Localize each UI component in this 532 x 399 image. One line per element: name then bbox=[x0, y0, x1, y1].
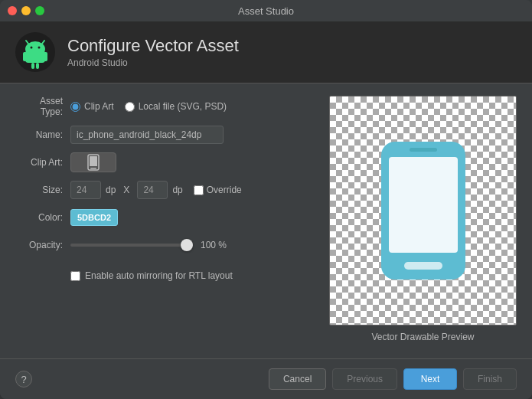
preview-area: Vector Drawable Preview bbox=[329, 96, 517, 346]
asset-type-controls: Clip Art Local file (SVG, PSD) bbox=[70, 101, 227, 112]
local-file-option[interactable]: Local file (SVG, PSD) bbox=[125, 101, 227, 112]
clip-art-radio[interactable] bbox=[70, 102, 80, 112]
form-area: Asset Type: Clip Art Local file (SVG, PS… bbox=[15, 96, 314, 346]
x-separator: X bbox=[123, 185, 129, 195]
name-input[interactable] bbox=[70, 126, 224, 144]
name-label: Name: bbox=[15, 129, 70, 140]
next-button[interactable]: Next bbox=[403, 368, 457, 390]
size-label: Size: bbox=[15, 185, 70, 195]
svg-rect-10 bbox=[44, 52, 47, 61]
height-input[interactable] bbox=[137, 181, 168, 199]
opacity-value: 100 % bbox=[201, 240, 231, 250]
android-logo bbox=[15, 32, 55, 72]
main-window: Asset Studio Configure Vector Asset Andr… bbox=[0, 0, 532, 399]
rtl-row: Enable auto mirroring for RTL layout bbox=[70, 266, 314, 286]
clip-art-controls bbox=[70, 152, 116, 172]
opacity-slider[interactable] bbox=[70, 244, 193, 247]
color-controls: 5DBCD2 bbox=[70, 209, 118, 226]
name-row: Name: bbox=[15, 125, 314, 145]
help-icon: ? bbox=[21, 374, 26, 385]
cancel-button[interactable]: Cancel bbox=[269, 368, 326, 390]
svg-rect-18 bbox=[410, 148, 437, 152]
size-row: Size: dp X dp Override bbox=[15, 180, 314, 200]
preview-phone-icon bbox=[370, 138, 477, 283]
dp-label-2: dp bbox=[172, 185, 182, 195]
rtl-label: Enable auto mirroring for RTL layout bbox=[85, 270, 233, 281]
footer: ? Cancel Previous Next Finish bbox=[0, 358, 532, 399]
help-button[interactable]: ? bbox=[15, 371, 32, 388]
page-title: Configure Vector Asset bbox=[67, 36, 239, 56]
traffic-lights bbox=[8, 6, 44, 15]
opacity-controls: 100 % bbox=[70, 240, 231, 250]
svg-point-2 bbox=[31, 47, 33, 49]
app-subtitle: Android Studio bbox=[67, 57, 239, 68]
dp-label-1: dp bbox=[106, 185, 116, 195]
override-container: Override bbox=[194, 185, 242, 195]
color-row: Color: 5DBCD2 bbox=[15, 208, 314, 227]
name-controls bbox=[70, 126, 224, 144]
asset-type-row: Asset Type: Clip Art Local file (SVG, PS… bbox=[15, 96, 314, 117]
clip-art-label: Clip Art bbox=[84, 101, 114, 112]
local-file-label: Local file (SVG, PSD) bbox=[139, 101, 227, 112]
width-input[interactable] bbox=[70, 181, 101, 199]
maximize-button[interactable] bbox=[35, 6, 44, 15]
preview-label: Vector Drawable Preview bbox=[371, 332, 474, 342]
clip-art-field-label: Clip Art: bbox=[15, 157, 70, 168]
footer-right: Cancel Previous Next Finish bbox=[269, 368, 517, 390]
close-button[interactable] bbox=[8, 6, 17, 15]
override-checkbox[interactable] bbox=[194, 185, 204, 195]
header: Configure Vector Asset Android Studio bbox=[0, 21, 532, 83]
svg-rect-6 bbox=[25, 51, 45, 63]
rtl-checkbox[interactable] bbox=[70, 271, 80, 281]
local-file-radio[interactable] bbox=[125, 102, 135, 112]
preview-box bbox=[329, 96, 517, 325]
svg-rect-7 bbox=[31, 63, 34, 69]
color-label: Color: bbox=[15, 212, 70, 223]
size-controls: dp X dp Override bbox=[70, 181, 242, 199]
svg-point-3 bbox=[38, 47, 41, 49]
clip-art-option[interactable]: Clip Art bbox=[70, 101, 114, 112]
header-text: Configure Vector Asset Android Studio bbox=[67, 36, 239, 68]
minimize-button[interactable] bbox=[21, 6, 31, 15]
svg-rect-15 bbox=[389, 157, 458, 253]
svg-rect-12 bbox=[90, 168, 96, 169]
svg-rect-9 bbox=[23, 52, 27, 61]
title-bar: Asset Studio bbox=[0, 0, 532, 21]
previous-button[interactable]: Previous bbox=[332, 368, 397, 390]
content-area: Asset Type: Clip Art Local file (SVG, PS… bbox=[0, 83, 532, 358]
color-value: 5DBCD2 bbox=[77, 213, 111, 222]
window-title: Asset Studio bbox=[238, 5, 294, 17]
finish-button[interactable]: Finish bbox=[463, 368, 517, 390]
opacity-label: Opacity: bbox=[15, 240, 70, 250]
opacity-row: Opacity: 100 % bbox=[15, 235, 314, 255]
phone-icon bbox=[86, 154, 100, 171]
footer-left: ? bbox=[15, 371, 32, 388]
svg-rect-17 bbox=[404, 262, 442, 270]
asset-type-label: Asset Type: bbox=[15, 96, 70, 117]
svg-rect-13 bbox=[90, 156, 97, 166]
clip-art-row: Clip Art: bbox=[15, 152, 314, 172]
svg-rect-8 bbox=[36, 63, 39, 69]
override-label: Override bbox=[207, 185, 242, 195]
clip-art-button[interactable] bbox=[70, 152, 116, 172]
color-swatch[interactable]: 5DBCD2 bbox=[70, 209, 118, 226]
